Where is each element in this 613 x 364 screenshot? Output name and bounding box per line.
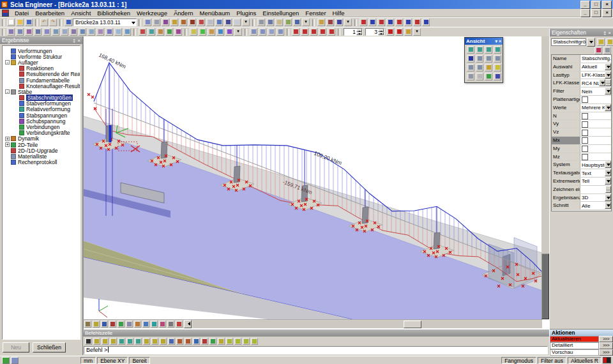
prop-n[interactable]: N: [552, 112, 611, 121]
concrete-icon[interactable]: [70, 28, 77, 36]
action-execute-button[interactable]: >>>: [599, 342, 613, 349]
close-button[interactable]: Schließen: [33, 342, 66, 353]
property-value[interactable]: Alle: [580, 202, 611, 209]
new-button[interactable]: Neu: [3, 342, 29, 353]
property-value[interactable]: Hauptsyste: [580, 161, 611, 169]
window-small-icon[interactable]: [11, 357, 19, 364]
db2-icon[interactable]: [234, 338, 241, 345]
clipboard-icon[interactable]: [197, 19, 205, 26]
project-combo[interactable]: Brücke2a 13.03.11: [73, 19, 137, 26]
new-icon[interactable]: [7, 19, 15, 26]
gem-icon[interactable]: [386, 28, 394, 36]
window-control--[interactable]: _: [580, 1, 590, 9]
menu-einstellungen[interactable]: Einstellungen: [259, 10, 302, 17]
member-icon[interactable]: [114, 28, 122, 36]
tree-expand-icon[interactable]: -: [5, 89, 10, 94]
project-window-icon[interactable]: [64, 19, 72, 26]
spinner-down-icon[interactable]: [378, 32, 384, 35]
layers-icon[interactable]: [170, 19, 178, 26]
scale-spinner-1[interactable]: 1: [344, 28, 363, 36]
action-execute-button[interactable]: >>>: [599, 336, 613, 342]
hscroll-thumb[interactable]: [404, 321, 421, 328]
document-preview-icon[interactable]: [275, 19, 283, 26]
dropdown-icon[interactable]: ▾: [344, 19, 352, 26]
prop-werte[interactable]: Werte Mehrere Ko: [552, 104, 611, 112]
prop-ergebnisanz-[interactable]: Ergebnisanz... 3D: [552, 194, 611, 202]
mass-icon[interactable]: [52, 28, 59, 36]
menu-datei[interactable]: Datei: [11, 10, 32, 17]
print-preview-icon[interactable]: [266, 19, 274, 26]
rect-icon[interactable]: [310, 28, 317, 36]
zoom-all-icon[interactable]: [117, 321, 125, 328]
open-folder-icon[interactable]: [16, 19, 24, 26]
menu-fenster[interactable]: Fenster: [302, 10, 329, 17]
ansicht-palette[interactable]: Ansicht ▾ ×: [464, 37, 503, 83]
window-control--[interactable]: _: [580, 9, 590, 17]
close-icon[interactable]: ×: [499, 39, 501, 44]
property-value[interactable]: LFK-Klasse: [580, 72, 611, 79]
import-icon[interactable]: [293, 19, 301, 26]
seismic-icon[interactable]: [61, 28, 68, 36]
document-icon[interactable]: [206, 19, 214, 26]
command-line-header[interactable]: Befehlszeile: [83, 330, 549, 337]
scale-spinner-2[interactable]: 3: [365, 28, 384, 36]
prop-auswahl[interactable]: Auswahl Aktuell: [552, 63, 611, 72]
mirror-icon[interactable]: [174, 28, 182, 36]
chevron-down-icon[interactable]: [605, 169, 611, 176]
tools-icon[interactable]: [139, 28, 146, 36]
checkbox[interactable]: [582, 130, 588, 136]
property-value[interactable]: Aktuell: [580, 63, 611, 71]
property-value[interactable]: [580, 120, 611, 128]
camera-icon[interactable]: [476, 73, 483, 80]
flag-icon[interactable]: [603, 357, 611, 363]
chevron-down-icon[interactable]: [132, 22, 135, 26]
clip-box-icon[interactable]: [485, 73, 492, 80]
prop-mx[interactable]: Mx: [552, 137, 611, 145]
export-icon[interactable]: [284, 19, 292, 26]
arc-tool-icon[interactable]: [110, 338, 117, 345]
action-execute-button[interactable]: >>>: [599, 349, 613, 356]
zoom-in-icon[interactable]: [485, 55, 492, 63]
plane-tool-icon[interactable]: [160, 338, 167, 345]
prop-vz[interactable]: Vz: [552, 128, 611, 137]
circle-tool-icon[interactable]: [118, 338, 125, 345]
render-icon[interactable]: [188, 19, 196, 26]
clean-icon[interactable]: [317, 19, 325, 26]
frame-yz-icon[interactable]: [377, 19, 385, 26]
dropdown-icon[interactable]: ▾: [413, 28, 421, 36]
pie-chart-icon[interactable]: [594, 47, 602, 54]
prop-schnitt[interactable]: Schnitt Alle: [552, 202, 611, 210]
property-value[interactable]: Text: [580, 169, 611, 177]
view-side-icon[interactable]: [485, 46, 492, 54]
pan-icon[interactable]: [93, 321, 100, 328]
trim-icon[interactable]: [176, 338, 183, 345]
chevron-down-icon[interactable]: [587, 38, 595, 47]
checkbox[interactable]: [582, 146, 588, 152]
move-icon[interactable]: [148, 28, 155, 36]
menu-bibliotheken[interactable]: Bibliotheken: [94, 10, 133, 17]
node-icon[interactable]: [105, 28, 113, 36]
coord-icon[interactable]: [218, 338, 225, 345]
rotate-view-icon[interactable]: [126, 321, 133, 328]
window-control--[interactable]: ×: [602, 1, 612, 9]
vscroll-thumb[interactable]: [541, 254, 549, 319]
tree-expand-icon[interactable]: -: [5, 60, 10, 64]
menu-menübaum[interactable]: Menübaum: [197, 10, 234, 17]
angle-icon[interactable]: [328, 28, 335, 36]
menu-ansicht[interactable]: Ansicht: [68, 10, 94, 17]
zoom-out-icon[interactable]: [494, 55, 501, 63]
rotate-icon[interactable]: [165, 28, 173, 36]
property-value[interactable]: [580, 137, 611, 144]
chevron-down-icon[interactable]: ▾: [495, 39, 497, 44]
render-mode-icon[interactable]: [151, 321, 158, 328]
view-front-icon[interactable]: [476, 46, 483, 54]
window-control--[interactable]: □: [591, 1, 601, 9]
view-settings-icon[interactable]: [494, 73, 501, 80]
line-icon[interactable]: [292, 28, 299, 36]
zoom-plus-icon[interactable]: [101, 321, 108, 328]
chevron-down-icon[interactable]: [599, 79, 605, 86]
calculator-icon[interactable]: [326, 19, 334, 26]
action-detailliert[interactable]: Detailliert >>>: [550, 342, 613, 349]
gallery-icon[interactable]: [162, 19, 169, 26]
scroll-left-arrow-icon[interactable]: [184, 320, 192, 328]
